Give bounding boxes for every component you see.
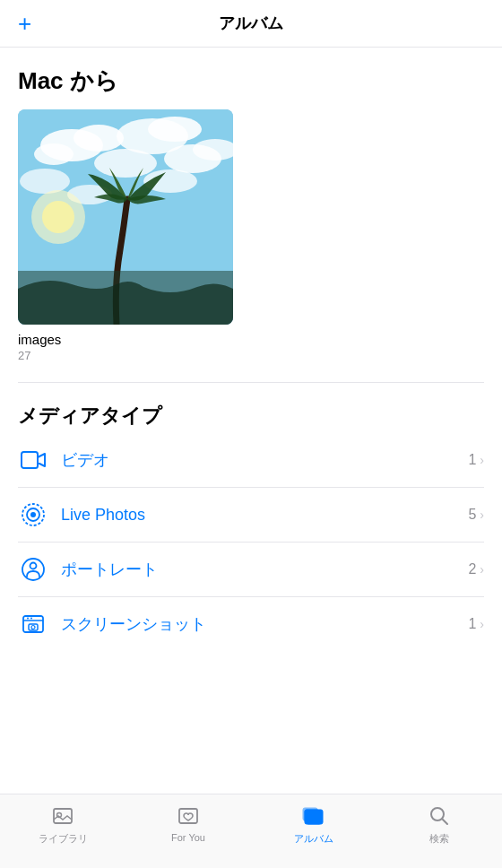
svg-rect-30 bbox=[305, 810, 323, 824]
media-count-screenshot: 1 › bbox=[468, 616, 484, 632]
header: + アルバム bbox=[0, 0, 502, 48]
media-list: ビデオ 1 › Live Photos 5 › bbox=[18, 433, 484, 651]
media-item-video[interactable]: ビデオ 1 › bbox=[18, 433, 484, 488]
search-tab-label: 検索 bbox=[429, 832, 449, 846]
svg-point-3 bbox=[34, 143, 74, 165]
search-icon bbox=[427, 803, 452, 829]
media-item-live-photos[interactable]: Live Photos 5 › bbox=[18, 488, 484, 542]
section-divider bbox=[18, 382, 484, 383]
library-tab[interactable]: ライブラリ bbox=[0, 803, 126, 846]
mac-section-title: Mac から bbox=[18, 65, 484, 97]
svg-point-2 bbox=[74, 125, 124, 152]
media-label-screenshot: スクリーンショット bbox=[61, 613, 468, 635]
tab-bar: ライブラリ For You アルバム bbox=[0, 794, 502, 868]
for-you-tab-label: For You bbox=[171, 832, 205, 843]
media-section-title: メディアタイプ bbox=[18, 403, 484, 430]
header-title: アルバム bbox=[219, 13, 283, 34]
svg-point-9 bbox=[20, 169, 70, 194]
album-name: images bbox=[18, 332, 484, 347]
add-button[interactable]: + bbox=[18, 12, 31, 35]
svg-point-23 bbox=[31, 626, 35, 629]
media-count-live-photos: 5 › bbox=[468, 507, 484, 523]
main-content: Mac から bbox=[0, 48, 502, 741]
search-tab[interactable]: 検索 bbox=[376, 803, 502, 846]
album-thumbnail[interactable] bbox=[18, 109, 233, 325]
video-icon bbox=[18, 445, 48, 475]
media-count-portrait: 2 › bbox=[468, 561, 484, 577]
media-section: メディアタイプ ビデオ 1 › bbox=[18, 403, 484, 651]
portrait-icon bbox=[18, 554, 48, 585]
media-item-portrait[interactable]: ポートレート 2 › bbox=[18, 542, 484, 597]
mac-section: Mac から bbox=[18, 65, 484, 362]
media-item-screenshot[interactable]: スクリーンショット 1 › bbox=[18, 597, 484, 651]
svg-point-20 bbox=[30, 563, 37, 569]
media-label-video: ビデオ bbox=[61, 449, 468, 471]
for-you-tab[interactable]: For You bbox=[126, 803, 251, 843]
album-count: 27 bbox=[18, 349, 484, 362]
library-icon bbox=[50, 803, 75, 829]
svg-rect-15 bbox=[22, 452, 38, 468]
svg-point-18 bbox=[30, 512, 36, 517]
svg-point-13 bbox=[42, 201, 74, 233]
album-icon bbox=[301, 803, 326, 829]
album-tab-label: アルバム bbox=[294, 832, 333, 846]
media-label-live-photos: Live Photos bbox=[61, 506, 468, 525]
screenshot-icon bbox=[18, 609, 48, 639]
album-tab[interactable]: アルバム bbox=[251, 803, 376, 846]
svg-point-6 bbox=[94, 149, 157, 178]
for-you-icon bbox=[176, 803, 201, 829]
svg-point-5 bbox=[148, 117, 202, 142]
media-count-video: 1 › bbox=[468, 452, 484, 468]
library-tab-label: ライブラリ bbox=[39, 832, 88, 846]
media-label-portrait: ポートレート bbox=[61, 559, 468, 580]
live-photo-icon bbox=[18, 499, 48, 530]
